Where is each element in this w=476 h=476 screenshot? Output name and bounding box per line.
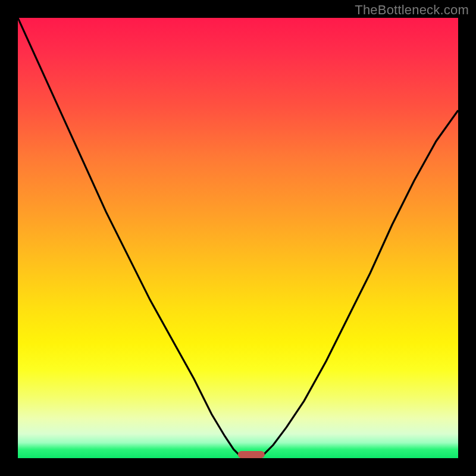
left-curve [18, 18, 242, 458]
optimal-range-marker [238, 451, 264, 458]
watermark-text: TheBottleneck.com [355, 2, 469, 18]
right-curve [260, 110, 458, 458]
chart-container: TheBottleneck.com [0, 0, 476, 476]
plot-area [18, 18, 458, 458]
curve-layer [18, 18, 458, 458]
